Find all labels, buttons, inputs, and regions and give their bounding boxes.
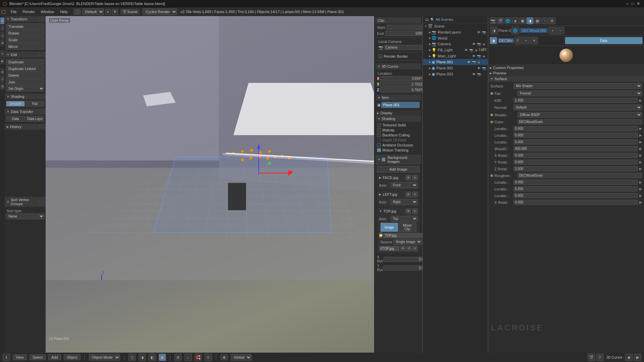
delete-btn[interactable]: Delete <box>6 72 44 78</box>
mat-plus-btn[interactable]: + <box>523 37 530 44</box>
rotate-btn[interactable]: Rotate <box>6 30 44 36</box>
fac-select[interactable]: Fresnel <box>518 90 642 96</box>
persp-ortho-btn[interactable]: ⊞ <box>174 354 182 361</box>
yrot-input[interactable] <box>514 160 638 165</box>
minimize-btn[interactable]: ─ <box>626 1 629 6</box>
outliner-all-scenes[interactable]: All Scenes <box>436 17 453 21</box>
motion-tracking-checkbox[interactable] <box>377 148 381 152</box>
mat-close-btn[interactable]: ✕ <box>531 37 538 44</box>
loc2-input[interactable] <box>514 133 638 138</box>
statusbar-info-icon[interactable]: ℹ <box>3 354 10 361</box>
mat-remove-btn[interactable]: − <box>557 27 564 34</box>
prop-mesh-icon[interactable]: ▣ <box>519 17 526 24</box>
tool-constraints[interactable]: ⛓ <box>0 83 4 90</box>
sort-vertex-header[interactable]: ▼ Sort Vertex Groups ⋮⋮ <box>5 197 46 207</box>
scene-item[interactable]: ▼ 🎬 Scene <box>423 23 488 29</box>
flat-btn[interactable]: Flat <box>25 101 44 107</box>
rloc2-input[interactable] <box>514 186 638 191</box>
transform-header[interactable]: ▼ Transform ⋮⋮ <box>5 16 46 22</box>
loc1-input[interactable] <box>514 126 638 131</box>
smooth-btn[interactable]: Smooth <box>6 101 25 107</box>
loc3-input[interactable] <box>514 139 638 144</box>
ml-cursor-btn[interactable]: ◆ <box>482 54 486 58</box>
camera-restrict-btn[interactable]: 📷 <box>477 42 481 46</box>
tool-physics[interactable]: ⊙ <box>0 76 4 82</box>
add-menu-btn[interactable]: Add <box>48 354 61 360</box>
prop-physics-icon[interactable]: ⚙ <box>549 17 555 24</box>
playback-btn[interactable]: ▶ <box>634 354 641 361</box>
ior-input[interactable] <box>514 98 638 103</box>
render-mode-btn[interactable]: ◉ <box>159 354 166 361</box>
cursor-header-row[interactable]: ▼ 3D Cursor <box>376 63 421 69</box>
top-path-input[interactable] <box>379 246 399 251</box>
wire-mode-btn[interactable]: ◫ <box>128 354 136 361</box>
tool-rotate[interactable]: ↺ <box>0 32 4 39</box>
prop-scene-icon[interactable]: 🎬 <box>497 17 504 24</box>
rloc1-input[interactable] <box>514 180 638 185</box>
prop-world-icon[interactable]: 🌐 <box>504 17 511 24</box>
top-axis-select[interactable]: Top <box>390 216 418 222</box>
camera-item[interactable]: ▶ 📷 Camera 👁 📷 ◆ <box>423 41 488 47</box>
top-path-close-btn[interactable]: ✕ <box>412 246 418 251</box>
layout-add-btn[interactable]: + <box>105 9 111 14</box>
prop-render-icon[interactable]: 📷 <box>490 17 496 24</box>
prop-object-icon[interactable]: ◈ <box>512 17 519 24</box>
p002-eye-btn[interactable]: 👁 <box>477 66 481 70</box>
menu-file[interactable]: File <box>8 9 19 14</box>
cursor-y-input[interactable] <box>380 82 423 87</box>
render-props-btn[interactable]: 🎬 <box>588 354 595 361</box>
close-btn[interactable]: ✕ <box>637 1 640 6</box>
object-menu-btn[interactable]: Object <box>64 354 80 360</box>
ml-restrict-btn[interactable]: 📷 <box>477 54 481 58</box>
movie-clip-tab-btn[interactable]: Movie Clip <box>398 223 416 232</box>
tool-grease[interactable]: ✏ <box>0 50 4 57</box>
viewport-3d[interactable]: X Z Y User Persp (1) Plane.001 <box>46 16 423 353</box>
world-item[interactable]: ▶ 🌐 World <box>423 35 488 41</box>
tool-cursor[interactable]: ⊕ <box>0 17 4 24</box>
texture-mode-btn[interactable]: ◧ <box>149 354 156 361</box>
shading-header[interactable]: ▼ Shading <box>5 94 46 100</box>
scale-btn[interactable]: Scale <box>6 37 44 43</box>
ao-checkbox[interactable] <box>377 143 381 147</box>
start-input[interactable] <box>386 25 423 30</box>
xrot2-input[interactable] <box>514 200 638 205</box>
fl-restrict-btn[interactable]: 📷 <box>469 48 474 52</box>
shader-select[interactable]: Diffuse BSDF <box>518 112 642 118</box>
y-rotat-input[interactable] <box>383 265 423 270</box>
p001-restrict-btn[interactable]: 📷 <box>472 60 476 64</box>
duplicate-linked-btn[interactable]: Duplicate Linked <box>6 66 44 72</box>
data-layout-btn[interactable]: Data Layo <box>25 116 44 122</box>
p001-extra-btn[interactable]: ⋮ <box>482 60 486 64</box>
mode-select[interactable]: Object Mode <box>89 354 120 361</box>
global-select[interactable]: Global <box>231 354 252 361</box>
face-eye-btn[interactable]: 👁 <box>406 175 411 180</box>
bg-images-header[interactable]: ▼ Background Images <box>376 155 421 165</box>
p003-restrict-btn[interactable]: 📷 <box>477 72 481 76</box>
sort-type-select[interactable]: Name <box>6 214 44 219</box>
timeline-btn[interactable]: ⏱ <box>596 354 604 361</box>
face-play-icon[interactable]: ▶ <box>379 176 381 179</box>
p002-restrict-btn[interactable]: 📷 <box>482 66 486 70</box>
render-cam-btn[interactable]: 📷 <box>482 30 486 35</box>
p003-eye-btn[interactable]: 👁 <box>472 72 476 76</box>
engine-select[interactable]: Cycles Render <box>143 8 177 15</box>
item-name-input[interactable] <box>381 102 420 108</box>
camera-input[interactable] <box>384 45 423 50</box>
left-play-icon[interactable]: ▶ <box>379 193 381 196</box>
p001-cursor-btn[interactable]: ◆ <box>477 60 481 64</box>
top-source-select[interactable]: Single Image <box>393 239 422 245</box>
end-input[interactable] <box>385 31 423 36</box>
camera-eye-btn[interactable]: 👁 <box>472 42 476 46</box>
mat-add-btn[interactable]: + <box>549 27 556 34</box>
data-transfer-header[interactable]: ▼ Data Transfer <box>5 109 46 115</box>
rloc3-input[interactable] <box>514 193 638 198</box>
fl-cursor-btn[interactable]: ◆ <box>474 48 479 52</box>
matcap-checkbox[interactable] <box>377 128 381 132</box>
menu-help[interactable]: Help <box>57 9 70 14</box>
display-section-header[interactable]: ▶ Display <box>376 110 421 116</box>
preview-header[interactable]: ▶ Preview <box>488 70 644 76</box>
image-tab-btn[interactable]: Image <box>380 223 398 232</box>
top-eye-btn[interactable]: 👁 <box>406 208 411 214</box>
top-path-reload-btn[interactable]: ↺ <box>406 246 412 251</box>
plane001-item[interactable]: ▶ ▣ Plane.001 👁 📷 ◆ ⋮ <box>423 59 488 65</box>
